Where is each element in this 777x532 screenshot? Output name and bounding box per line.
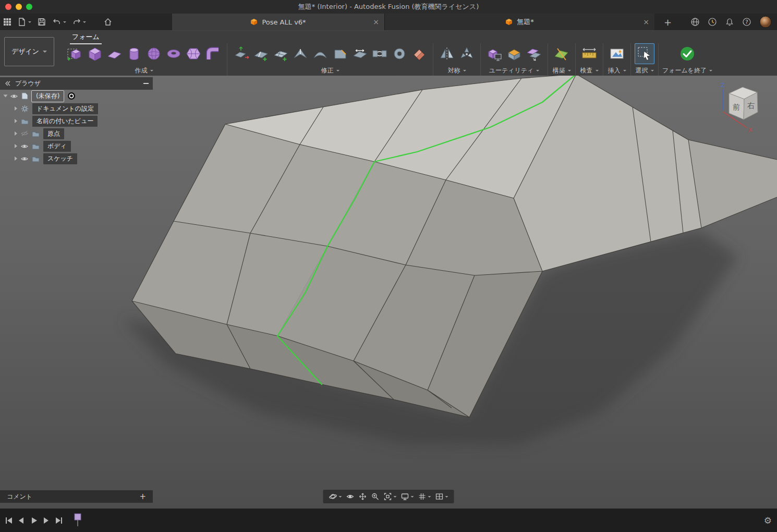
item-label[interactable]: 原点 bbox=[43, 128, 64, 139]
minimize-window-button[interactable] bbox=[16, 4, 22, 10]
chevron-right-icon[interactable] bbox=[15, 144, 17, 148]
primitive-box-icon[interactable] bbox=[65, 43, 84, 64]
orbit-icon[interactable] bbox=[327, 492, 344, 501]
uncrease-icon[interactable] bbox=[310, 43, 330, 64]
root-document-label[interactable]: (未保存) bbox=[32, 91, 64, 102]
chevron-right-icon[interactable] bbox=[15, 131, 17, 136]
eye-hidden-icon[interactable] bbox=[21, 130, 28, 137]
bevel-edge-icon[interactable] bbox=[330, 43, 350, 64]
repair-body-icon[interactable] bbox=[504, 43, 524, 64]
grid-icon[interactable] bbox=[416, 492, 433, 501]
user-avatar[interactable] bbox=[759, 16, 772, 28]
select-icon[interactable] bbox=[635, 43, 654, 64]
group-label-modify[interactable]: 修正 bbox=[321, 66, 339, 75]
display-settings-icon[interactable] bbox=[399, 492, 416, 501]
tab-close-icon[interactable]: × bbox=[373, 18, 379, 26]
subdivide-icon[interactable] bbox=[271, 43, 290, 64]
group-label-utility[interactable]: ユーティリティ bbox=[489, 66, 540, 75]
document-tab-untitled[interactable]: 無題* × bbox=[384, 14, 654, 30]
slide-edge-icon[interactable] bbox=[350, 43, 370, 64]
zoom-window-button[interactable] bbox=[26, 4, 32, 10]
undo-icon[interactable] bbox=[52, 17, 66, 27]
browser-item-bodies[interactable]: ボディ bbox=[0, 140, 153, 152]
group-label-construct[interactable]: 構築 bbox=[553, 66, 571, 75]
fit-icon[interactable] bbox=[382, 492, 399, 501]
item-label[interactable]: スケッチ bbox=[43, 153, 77, 164]
web-globe-icon[interactable] bbox=[690, 17, 700, 27]
item-label[interactable]: ドキュメントの設定 bbox=[32, 103, 98, 114]
torus-icon[interactable] bbox=[164, 43, 184, 64]
circular-internal-icon[interactable] bbox=[457, 43, 477, 64]
step-back-icon[interactable] bbox=[17, 516, 26, 525]
chevron-down-icon[interactable] bbox=[4, 95, 8, 98]
eye-icon[interactable] bbox=[21, 143, 28, 149]
group-label-select[interactable]: 選択 bbox=[636, 66, 654, 75]
group-label-symmetry[interactable]: 対称 bbox=[448, 66, 466, 75]
finish-form-icon[interactable] bbox=[677, 43, 697, 64]
insert-image-icon[interactable] bbox=[607, 43, 627, 64]
panel-collapse-icon[interactable] bbox=[4, 80, 10, 87]
crease-icon[interactable] bbox=[290, 43, 310, 64]
active-document-marker-icon[interactable] bbox=[67, 92, 76, 100]
quadball-icon[interactable] bbox=[184, 43, 203, 64]
insert-edge-icon[interactable] bbox=[251, 43, 271, 64]
mirror-internal-icon[interactable] bbox=[437, 43, 457, 64]
viewports-icon[interactable] bbox=[433, 492, 451, 501]
tab-close-icon[interactable]: × bbox=[643, 18, 649, 26]
step-forward-icon[interactable] bbox=[42, 516, 51, 525]
form-feature-marker-icon[interactable] bbox=[73, 513, 82, 527]
measure-icon[interactable] bbox=[579, 43, 599, 64]
browser-item-document-settings[interactable]: ドキュメントの設定 bbox=[0, 102, 153, 115]
view-cube[interactable]: Z X 前 右 bbox=[717, 80, 771, 134]
sphere-icon[interactable] bbox=[144, 43, 164, 64]
display-mode-icon[interactable] bbox=[484, 43, 504, 64]
box-icon[interactable] bbox=[84, 43, 104, 64]
cylinder-icon[interactable] bbox=[124, 43, 144, 64]
pipe-icon[interactable] bbox=[203, 43, 223, 64]
group-label-create[interactable]: 作成 bbox=[135, 66, 153, 75]
pan-icon[interactable] bbox=[357, 492, 369, 501]
group-label-finish-form[interactable]: フォームを終了 bbox=[662, 66, 712, 75]
browser-item-sketches[interactable]: スケッチ bbox=[0, 152, 153, 165]
new-tab-button[interactable]: + bbox=[664, 17, 672, 28]
document-tab-pose-all-v6[interactable]: Pose ALL v6* × bbox=[172, 14, 384, 30]
timeline-settings-gear-icon[interactable]: ⚙ bbox=[764, 515, 772, 526]
item-label[interactable]: ボディ bbox=[43, 141, 71, 152]
3d-viewport[interactable]: Z X 前 右 ブラウザ (未保存) bbox=[0, 76, 777, 509]
zoom-icon[interactable] bbox=[369, 492, 382, 501]
browser-root-row[interactable]: (未保存) bbox=[0, 90, 153, 102]
save-icon[interactable] bbox=[37, 17, 46, 27]
file-new-icon[interactable] bbox=[17, 17, 31, 27]
group-label-inspect[interactable]: 検査 bbox=[580, 66, 599, 75]
chevron-right-icon[interactable] bbox=[15, 156, 17, 161]
add-comment-button[interactable]: + bbox=[139, 492, 146, 501]
redo-icon[interactable] bbox=[72, 17, 86, 27]
skip-end-icon[interactable] bbox=[54, 516, 64, 525]
help-icon[interactable]: ? bbox=[742, 17, 751, 27]
convert-icon[interactable] bbox=[524, 43, 544, 64]
home-icon[interactable] bbox=[103, 17, 113, 27]
chevron-right-icon[interactable] bbox=[15, 119, 17, 123]
job-status-clock-icon[interactable] bbox=[708, 17, 717, 27]
bridge-icon[interactable] bbox=[370, 43, 390, 64]
eye-icon[interactable] bbox=[10, 93, 18, 99]
workspace-selector[interactable]: デザイン bbox=[4, 37, 54, 66]
notifications-bell-icon[interactable] bbox=[725, 17, 734, 27]
fill-hole-icon[interactable] bbox=[390, 43, 409, 64]
skip-start-icon[interactable] bbox=[4, 516, 14, 525]
comments-bar[interactable]: コメント + bbox=[0, 490, 153, 503]
browser-item-named-views[interactable]: 名前の付いたビュー bbox=[0, 115, 153, 127]
play-icon[interactable] bbox=[29, 516, 39, 525]
item-label[interactable]: 名前の付いたビュー bbox=[32, 116, 98, 127]
browser-item-origin[interactable]: 原点 bbox=[0, 127, 153, 140]
group-label-insert[interactable]: 挿入 bbox=[608, 66, 626, 75]
plane-icon[interactable] bbox=[104, 43, 124, 64]
look-at-icon[interactable] bbox=[344, 492, 357, 501]
panel-minimize-icon[interactable] bbox=[143, 83, 149, 84]
edit-form-icon[interactable] bbox=[231, 43, 251, 64]
construct-plane-icon[interactable] bbox=[552, 43, 572, 64]
chevron-right-icon[interactable] bbox=[15, 106, 17, 111]
close-window-button[interactable] bbox=[5, 4, 11, 10]
app-grid-icon[interactable] bbox=[3, 18, 11, 26]
eye-icon[interactable] bbox=[21, 156, 28, 162]
